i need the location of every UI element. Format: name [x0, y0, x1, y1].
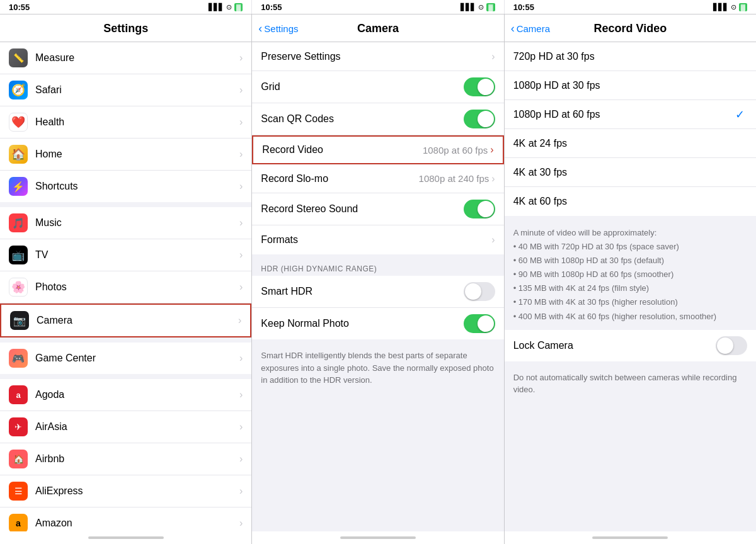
record-stereo-toggle[interactable]: [464, 200, 495, 218]
settings-section-1: 📏 Measure › 🧭 Safari › ❤️ Health › 🏠 Hom…: [0, 42, 251, 202]
record-video-chevron: ›: [490, 144, 493, 156]
record-video-row[interactable]: Record Video 1080p at 60 fps ›: [252, 135, 503, 164]
health-chevron: ›: [239, 116, 243, 128]
airasia-label: AirAsia: [35, 421, 239, 433]
camera-row[interactable]: 📷 Camera ›: [0, 303, 251, 337]
gamecenter-row[interactable]: 🎮 Game Center ›: [0, 343, 251, 374]
music-row[interactable]: 🎵 Music ›: [0, 207, 251, 239]
home-chevron: ›: [239, 149, 243, 160]
lock-camera-toggle[interactable]: [716, 336, 747, 355]
lock-camera-row[interactable]: Lock Camera: [505, 330, 756, 361]
scan-qr-row[interactable]: Scan QR Codes: [252, 103, 503, 135]
lock-camera-section: Lock Camera: [505, 330, 756, 361]
signal-icon3: ▋▋▋: [713, 3, 728, 11]
record-stereo-row[interactable]: Record Stereo Sound: [252, 193, 503, 225]
airbnb-chevron: ›: [239, 453, 243, 465]
shortcuts-row[interactable]: ⚡ Shortcuts ›: [0, 171, 251, 202]
4k60-row[interactable]: 4K at 60 fps: [505, 187, 756, 216]
keep-normal-row[interactable]: Keep Normal Photo: [252, 308, 503, 339]
formats-chevron: ›: [491, 234, 495, 246]
4k24-row[interactable]: 4K at 24 fps: [505, 129, 756, 158]
camera-icon: 📷: [10, 311, 29, 330]
4k30-label: 4K at 30 fps: [513, 167, 747, 178]
1080p30-row[interactable]: 1080p HD at 30 fps: [505, 71, 756, 100]
panel3-time: 10:55: [513, 3, 534, 12]
keep-normal-toggle-knob: [478, 315, 494, 332]
grid-label: Grid: [261, 81, 463, 93]
record-video-label: Record Video: [262, 144, 423, 156]
record-video-panel-title: Record Video: [593, 22, 667, 35]
lock-camera-toggle-knob: [717, 337, 733, 354]
airbnb-label: Airbnb: [35, 453, 239, 465]
home-row[interactable]: 🏠 Home ›: [0, 139, 251, 171]
scan-qr-toggle[interactable]: [464, 110, 495, 128]
aliexpress-chevron: ›: [239, 485, 243, 497]
keep-normal-toggle[interactable]: [464, 314, 495, 333]
safari-row[interactable]: 🧭 Safari ›: [0, 74, 251, 106]
agoda-row[interactable]: a Agoda ›: [0, 379, 251, 411]
camera-list: Preserve Settings › Grid Scan QR Codes: [252, 42, 503, 531]
agoda-label: Agoda: [35, 389, 239, 400]
record-stereo-label: Record Stereo Sound: [261, 203, 463, 215]
battery-icon3: ▓: [739, 3, 747, 11]
safari-label: Safari: [35, 84, 239, 96]
grid-row[interactable]: Grid: [252, 71, 503, 103]
shortcuts-icon: ⚡: [9, 177, 28, 196]
camera-label: Camera: [37, 315, 238, 326]
lock-camera-label: Lock Camera: [513, 340, 716, 351]
720p30-row[interactable]: 720p HD at 30 fps: [505, 42, 756, 71]
record-slomo-label: Record Slo-mo: [261, 173, 418, 184]
panel2-status-icons: ▋▋▋ ⊙ ▓: [461, 3, 495, 11]
airasia-row[interactable]: ✈ AirAsia ›: [0, 411, 251, 443]
photos-row[interactable]: 🌸 Photos ›: [0, 271, 251, 303]
signal-icon: ▋▋▋: [209, 3, 224, 11]
record-video-value: 1080p at 60 fps: [423, 145, 488, 156]
measure-row[interactable]: 📏 Measure ›: [0, 42, 251, 74]
measure-chevron: ›: [239, 52, 243, 64]
home-label: Home: [35, 149, 239, 160]
back-to-settings-button[interactable]: ‹ Settings: [258, 22, 298, 35]
tv-row[interactable]: 📺 TV ›: [0, 239, 251, 271]
panel1-home-bar: [88, 536, 164, 539]
storage-info-text: A minute of video will be approximately:…: [505, 221, 756, 330]
panel2-status-bar: 10:55 ▋▋▋ ⊙ ▓: [252, 0, 504, 14]
camera-panel-title: Camera: [357, 22, 399, 35]
measure-label: Measure: [35, 52, 239, 64]
smart-hdr-row[interactable]: Smart HDR: [252, 276, 503, 308]
health-row[interactable]: ❤️ Health ›: [0, 106, 251, 139]
bottom-indicators: [0, 531, 756, 544]
preserve-chevron: ›: [491, 51, 495, 62]
1080p60-checkmark: ✓: [735, 108, 745, 122]
4k60-label: 4K at 60 fps: [513, 196, 747, 207]
hdr-info-text: Smart HDR intelligently blends the best …: [252, 344, 503, 393]
battery-icon2: ▓: [486, 3, 495, 11]
panel2-home-bar: [340, 536, 416, 539]
4k30-row[interactable]: 4K at 30 fps: [505, 158, 756, 187]
amazon-row[interactable]: a Amazon ›: [0, 507, 251, 531]
panel1-home-indicator: [0, 531, 252, 544]
airasia-chevron: ›: [239, 421, 243, 433]
scan-qr-label: Scan QR Codes: [261, 113, 463, 125]
record-slomo-row[interactable]: Record Slo-mo 1080p at 240 fps ›: [252, 164, 503, 193]
gamecenter-icon: 🎮: [9, 349, 28, 368]
keep-normal-label: Keep Normal Photo: [261, 318, 463, 329]
wifi-icon2: ⊙: [478, 3, 484, 11]
photos-chevron: ›: [239, 281, 243, 293]
settings-section-4: a Agoda › ✈ AirAsia › 🏠 Airbnb › ☰ AliEx…: [0, 379, 251, 531]
smart-hdr-toggle[interactable]: [464, 282, 495, 301]
formats-row[interactable]: Formats ›: [252, 225, 503, 254]
aliexpress-label: AliExpress: [35, 485, 239, 497]
gamecenter-chevron: ›: [239, 353, 243, 364]
back-camera-label: Camera: [517, 23, 550, 34]
panel3-home-indicator: [505, 531, 756, 544]
back-settings-label: Settings: [264, 23, 298, 34]
1080p60-row[interactable]: 1080p HD at 60 fps ✓: [505, 100, 756, 129]
grid-toggle[interactable]: [464, 77, 495, 96]
back-to-camera-button[interactable]: ‹ Camera: [511, 22, 550, 35]
aliexpress-icon: ☰: [9, 482, 28, 501]
wifi-icon: ⊙: [226, 3, 232, 11]
record-slomo-chevron: ›: [491, 173, 495, 184]
airbnb-row[interactable]: 🏠 Airbnb ›: [0, 443, 251, 475]
preserve-settings-row[interactable]: Preserve Settings ›: [252, 42, 503, 71]
aliexpress-row[interactable]: ☰ AliExpress ›: [0, 475, 251, 507]
